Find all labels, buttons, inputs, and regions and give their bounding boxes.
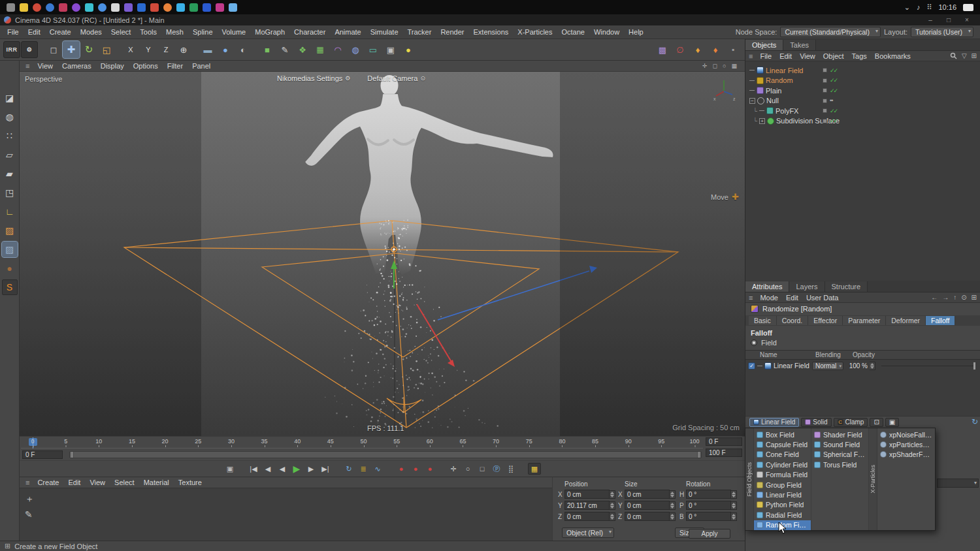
field-menu-item-linear-field[interactable]: Linear Field <box>754 490 811 499</box>
field-menu-item-spherical-field[interactable]: Spherical Field <box>811 450 868 460</box>
menu-select[interactable]: Select <box>106 27 136 37</box>
menu-tracker[interactable]: Tracker <box>403 27 436 37</box>
solo-mode-button[interactable]: ▦ <box>528 463 541 475</box>
menu-view[interactable]: View <box>796 52 819 61</box>
menu-bookmarks[interactable]: Bookmarks <box>871 52 915 61</box>
menu-edit[interactable]: Edit <box>24 27 45 37</box>
points-mode-icon[interactable]: ∷ <box>2 128 18 144</box>
field-list-row[interactable]: ✓ Linear Field Normal 100 % <box>745 360 980 371</box>
notifications-icon[interactable] <box>963 4 973 11</box>
goto-end-button[interactable]: ▶| <box>319 463 332 475</box>
field-menu-item-capsule-field[interactable]: Capsule Field <box>754 439 811 449</box>
layer-swatch[interactable] <box>823 99 827 103</box>
menu-object[interactable]: Object <box>819 52 848 61</box>
material-menu-icon[interactable]: ≡ <box>22 479 33 486</box>
field-menu-item-torus-field[interactable]: Torus Field <box>811 460 868 469</box>
render-picture-viewer-icon[interactable]: ● <box>217 41 234 58</box>
minimize-button[interactable]: – <box>921 16 939 24</box>
tree-item-linear-field[interactable]: Linear Field✓✓ <box>745 65 980 76</box>
prev-frame-button[interactable]: ◀ <box>276 463 289 475</box>
goto-start-button[interactable]: |◀ <box>247 463 260 475</box>
viewport-menu-icon[interactable]: ≡ <box>22 62 33 70</box>
menu-mode[interactable]: Mode <box>756 293 782 302</box>
network-icon[interactable]: ⠿ <box>926 3 932 12</box>
menu-modes[interactable]: Modes <box>76 27 106 37</box>
filter-icon[interactable]: ▽ <box>962 52 967 59</box>
menu-mograph[interactable]: MoGraph <box>250 27 289 37</box>
rotate-view-icon[interactable]: ○ <box>723 63 726 69</box>
enable-checks[interactable]: ✓✓ <box>830 77 837 84</box>
coord-system-icon[interactable]: ⊕ <box>175 41 192 58</box>
add-icon[interactable]: ⊞ <box>972 294 977 301</box>
model-mode-icon[interactable]: ◪ <box>2 90 18 106</box>
blending-select[interactable]: Normal <box>812 362 843 370</box>
polygons-mode-icon[interactable]: ▰ <box>2 166 18 181</box>
layout-select[interactable]: Tutorials (User) <box>911 27 973 37</box>
tree-item-polyfx[interactable]: └PolyFX✓✓ <box>745 106 980 116</box>
value-position-z[interactable]: 0 cm <box>564 512 610 521</box>
value-rotation-b[interactable]: 0 ° <box>686 512 731 521</box>
tree-item-subdivision-surface[interactable]: └+Subdivision Surface✓✓ <box>745 116 980 127</box>
add-cube-icon[interactable]: ■ <box>259 41 276 58</box>
menu-edit[interactable]: Edit <box>782 293 802 302</box>
substance-panel-icon[interactable]: S <box>2 279 18 295</box>
app-icon-afx[interactable] <box>124 3 133 12</box>
record-point-level-button[interactable]: ⣿ <box>504 463 517 475</box>
menu-mesh[interactable]: Mesh <box>161 27 188 37</box>
maximize-view-icon[interactable]: ◻ <box>713 63 717 69</box>
linear-field-button[interactable]: Linear Field <box>749 418 799 427</box>
octane-settings-icon[interactable]: ♦ <box>707 41 724 58</box>
spinner[interactable] <box>670 490 676 499</box>
solid-button[interactable]: Solid <box>801 418 831 427</box>
material-list[interactable]: ＋ ✎ <box>20 488 552 541</box>
axis-mode-icon[interactable]: ∟ <box>2 204 18 219</box>
menu-edit[interactable]: Edit <box>63 477 85 488</box>
record-scale-button[interactable]: □ <box>476 463 489 475</box>
menu-view[interactable]: View <box>85 477 110 488</box>
menu-tools[interactable]: Tools <box>135 27 161 37</box>
field-menu-item-xpshaderfalloff[interactable]: xpShaderFalloff <box>877 450 935 460</box>
app-icon-media[interactable] <box>150 3 159 12</box>
app-icon-word[interactable] <box>203 3 211 12</box>
record-rotation-button[interactable]: ○ <box>461 463 474 475</box>
menu-simulate[interactable]: Simulate <box>366 27 403 37</box>
opacity-value[interactable]: 100 % <box>845 362 868 370</box>
interactive-render-region-icon[interactable]: ∅ <box>672 41 689 58</box>
menu-edit[interactable]: Edit <box>776 52 796 61</box>
timeline-ruler[interactable]: 0510152025303540455055606570758085909510… <box>21 437 703 449</box>
enable-checks[interactable]: ✓✓ <box>830 87 837 94</box>
light-object-icon[interactable]: ● <box>400 41 417 58</box>
menu-cameras[interactable]: Cameras <box>57 61 96 71</box>
lock-y-icon[interactable]: Y <box>140 41 157 58</box>
expand-toggle[interactable]: + <box>759 118 765 124</box>
workplane-mode-icon[interactable]: ▨ <box>2 223 18 238</box>
rotate-tool-icon[interactable]: ↻ <box>80 41 97 58</box>
enable-checkbox[interactable]: ✓ <box>748 362 755 370</box>
app-icon-mail[interactable] <box>46 3 54 12</box>
enable-dots[interactable]: •• <box>830 97 832 104</box>
app-icon-browser[interactable] <box>33 3 41 12</box>
layer-swatch[interactable] <box>823 78 827 83</box>
tab-coord[interactable]: Coord. <box>777 316 809 325</box>
tree-item-plain[interactable]: Plain✓✓ <box>745 86 980 96</box>
om-menu-icon[interactable]: ≡ <box>745 52 756 60</box>
end-frame-field[interactable]: 100 F <box>706 449 742 457</box>
value-size-z[interactable]: 0 cm <box>625 512 670 521</box>
tab-effector[interactable]: Effector <box>808 316 843 325</box>
tab-structure[interactable]: Structure <box>825 281 868 292</box>
menu-view[interactable]: View <box>33 61 57 71</box>
menu-panel[interactable]: Panel <box>188 61 215 71</box>
view-label[interactable]: Perspective <box>25 75 62 83</box>
field-radio[interactable] <box>751 339 757 346</box>
apply-button[interactable]: Apply <box>689 529 730 539</box>
enable-checks[interactable]: ✓✓ <box>830 118 837 124</box>
viewport-canvas[interactable]: xz Perspective Nikomedias Settings⚙ Defa… <box>20 72 745 436</box>
search-icon[interactable] <box>950 52 957 59</box>
menu-x-particles[interactable]: X-Particles <box>513 27 557 37</box>
menu-file[interactable]: File <box>756 52 776 61</box>
preferences-icon[interactable]: ⚙ <box>21 41 38 58</box>
menu-select[interactable]: Select <box>110 477 139 488</box>
live-selection-icon[interactable]: ◻ <box>45 41 62 58</box>
menu-display[interactable]: Display <box>96 61 129 71</box>
opacity-spinner[interactable] <box>870 362 875 370</box>
